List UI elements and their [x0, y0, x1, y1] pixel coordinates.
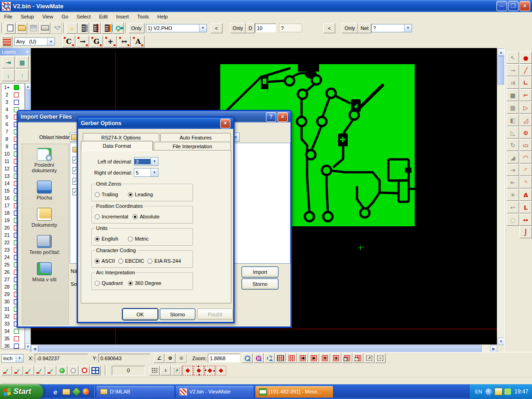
radio-icon[interactable] [95, 281, 100, 286]
draw-circle-tool[interactable]: ⊙ [520, 127, 532, 139]
start-button[interactable]: Start [0, 384, 43, 399]
draw-arc-cw-tool[interactable]: ◝ [520, 176, 532, 188]
radio-option[interactable]: EBCDIC [118, 258, 145, 264]
highlight-net-button[interactable] [79, 366, 90, 375]
measure-edge-button[interactable] [35, 366, 45, 375]
help-button[interactable]: ? [266, 112, 276, 122]
chevron-down-icon[interactable]: ▼ [151, 157, 158, 165]
radio-option[interactable]: Quadrant [95, 280, 123, 286]
open-file-button[interactable] [16, 23, 27, 34]
print-button[interactable] [39, 23, 50, 34]
place-desktop[interactable]: Plocha [22, 181, 66, 200]
net-select[interactable]: ? ▼ [371, 24, 412, 32]
language-indicator[interactable]: EN [475, 389, 482, 394]
close-button[interactable]: × [278, 112, 288, 122]
relative-origin-button[interactable]: ⊕ [176, 353, 187, 363]
dcode-c-button[interactable]: C [62, 36, 75, 48]
scroll-up-button[interactable]: ▲ [497, 48, 505, 56]
task-viewmate[interactable]: V2.bin - ViewMate [176, 386, 254, 398]
pad-pattern-4-button[interactable] [216, 366, 226, 375]
highlight-off-button[interactable] [68, 366, 79, 375]
menu-item[interactable]: View [38, 13, 57, 20]
dcode-g-button[interactable]: G [90, 36, 103, 48]
pan-down-button[interactable]: ▼ [320, 353, 330, 363]
menu-item[interactable]: Go [57, 13, 73, 20]
radio-icon[interactable] [147, 259, 152, 264]
ghost-move-button[interactable]: ↗ [171, 366, 182, 375]
flash-view-button[interactable] [66, 23, 78, 34]
draw-rectangle-tool[interactable]: ▭ [520, 139, 532, 151]
scroll-left-button[interactable]: ◀ [31, 345, 38, 352]
zoom-selection-button[interactable] [253, 353, 264, 363]
dcode-input[interactable]: 10 [255, 24, 276, 32]
close-button[interactable]: × [220, 119, 230, 128]
chevron-down-icon[interactable]: ▼ [404, 24, 411, 32]
draw-curve-tool[interactable]: ◠ [520, 151, 532, 163]
grid-snap-button[interactable] [342, 353, 352, 363]
radio-option[interactable]: Metric [128, 236, 157, 242]
place-recent-documents[interactable]: Poslední dokumenty [22, 148, 66, 173]
zoom-value-input[interactable]: 1.8868 [208, 354, 240, 363]
canvas-horizontal-scrollbar[interactable]: ◀ ▶ [30, 345, 497, 352]
layer-row[interactable]: 34 [1, 327, 24, 335]
menu-item[interactable]: Setup [17, 13, 38, 20]
tab-data-format[interactable]: Data Format [81, 141, 153, 151]
grid-edit-button[interactable] [353, 353, 363, 363]
green-app-quicklaunch-icon[interactable] [72, 387, 81, 396]
scroll-down-button[interactable]: ▼ [497, 338, 505, 345]
draw-fan-tool[interactable]: ▷ [520, 102, 532, 114]
gerber-dialog-titlebar[interactable]: Gerber Options × [78, 118, 233, 129]
vertical-scroll-thumb[interactable] [497, 56, 505, 85]
film-view-button[interactable] [78, 23, 89, 34]
radio-option[interactable]: Incremental [95, 214, 128, 219]
place-my-computer[interactable]: Tento počítač [22, 235, 66, 255]
draw-triangle-tool[interactable]: ◿ [520, 114, 532, 126]
layer-color-swatch[interactable] [14, 336, 19, 341]
layer-film-button[interactable]: ▦ [16, 56, 29, 68]
apply-button[interactable]: Použít [197, 308, 233, 320]
film-frame-button[interactable] [275, 353, 286, 363]
right-of-decimal-select[interactable]: 5 ▼ [134, 168, 158, 177]
layer-color-swatch[interactable] [14, 100, 19, 105]
measure-line-button[interactable] [12, 366, 23, 375]
place-documents[interactable]: Dokumenty [22, 208, 66, 228]
copy-layer-tool[interactable]: ⇤ [507, 176, 519, 188]
anchor-button[interactable]: ⚓ [160, 366, 171, 375]
layer-row[interactable]: 36 [1, 342, 24, 349]
tray-clover-icon[interactable] [504, 388, 511, 395]
copy-tool[interactable]: ⇉ [507, 77, 519, 89]
menu-item[interactable]: Tools [133, 13, 153, 20]
menu-item[interactable]: Help [153, 13, 172, 20]
dcode-goto-button[interactable]: → [76, 36, 89, 48]
dcode-aperture-button[interactable]: A [132, 36, 145, 48]
units-select[interactable]: inch ▼ [1, 354, 24, 363]
radio-icon[interactable] [95, 214, 100, 219]
menu-item[interactable]: Select [73, 13, 95, 20]
radio-icon[interactable] [95, 259, 100, 264]
dcode-flash-button[interactable]: + [104, 36, 117, 48]
radio-icon[interactable] [95, 236, 100, 242]
radio-icon[interactable] [95, 192, 100, 197]
menu-item[interactable]: Insert [112, 13, 133, 20]
pan-up-button[interactable]: ▲ [331, 353, 341, 363]
previous-net-button[interactable]: < [323, 23, 335, 33]
lasso-tool[interactable]: ◌ [507, 214, 519, 226]
scroll-up-button[interactable]: ▲ [25, 83, 31, 90]
paint-pad-tool[interactable]: ■ [507, 89, 519, 101]
ok-button[interactable]: OK [122, 308, 158, 320]
import-cancel-button[interactable]: Storno [242, 278, 278, 290]
scroll-down-button[interactable]: ▼ [25, 343, 31, 350]
close-icon[interactable]: × [26, 49, 29, 54]
layer-row[interactable]: 2 [1, 91, 24, 98]
only-layer-button[interactable]: Only [128, 23, 145, 33]
gerber-cancel-button[interactable]: Storno [160, 308, 195, 320]
radio-option[interactable]: EIA RS-244 [147, 258, 181, 264]
aperture-filter-select[interactable]: Any (U) ▼ [14, 37, 55, 46]
tray-chevron-icon[interactable]: < [485, 388, 492, 395]
stretch-select-button[interactable]: ↗ [364, 353, 375, 363]
scroll-right-button[interactable]: ▶ [490, 345, 497, 352]
aperture-grid-button[interactable] [1, 36, 12, 47]
film-target-button[interactable] [90, 23, 101, 34]
pan-left-button[interactable]: ◀ [297, 353, 308, 363]
canvas-vertical-scrollbar[interactable]: ▲ ▼ [497, 48, 504, 345]
